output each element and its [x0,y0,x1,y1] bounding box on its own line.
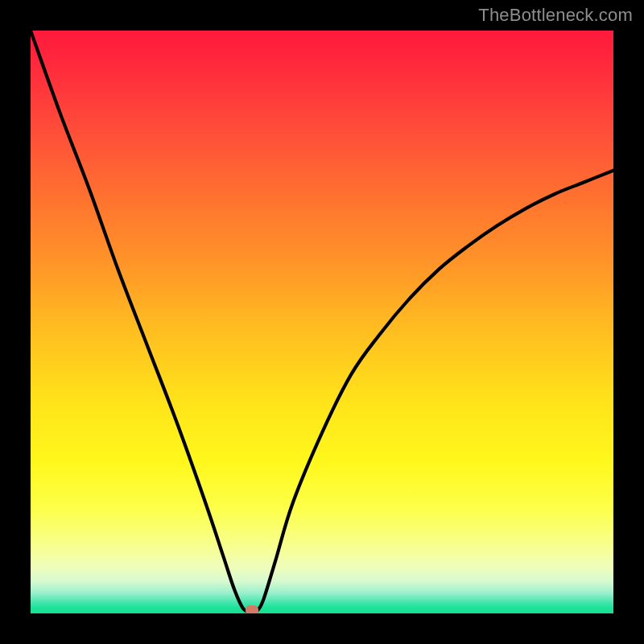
watermark-text: TheBottleneck.com [478,5,633,26]
plot-area [31,31,613,613]
chart-frame: TheBottleneck.com [0,0,644,644]
bottleneck-curve [31,31,613,613]
optimal-point-marker [246,605,258,613]
